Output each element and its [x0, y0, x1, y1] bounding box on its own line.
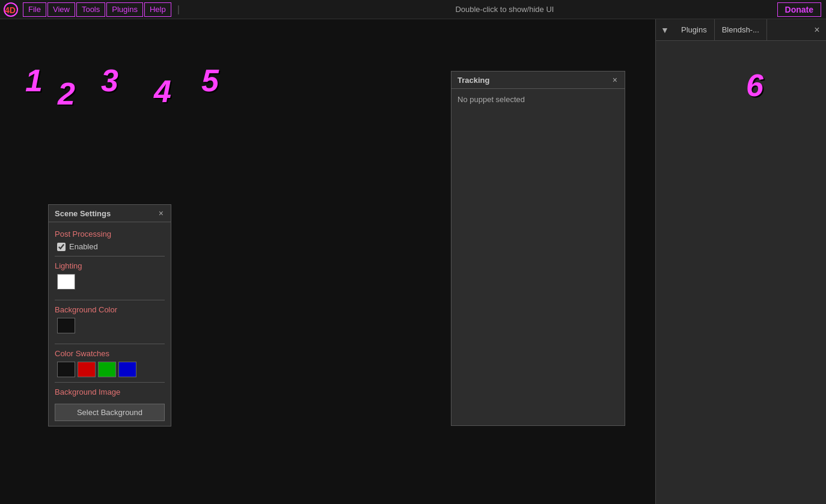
- swatch-red[interactable]: [78, 362, 96, 377]
- menu-view[interactable]: View: [47, 2, 75, 17]
- color-swatches-row: [57, 362, 165, 377]
- tab-blendshapes[interactable]: Blendsh-...: [715, 19, 767, 41]
- panel-filter-icon[interactable]: ▼: [656, 19, 674, 41]
- right-panel-close[interactable]: ×: [808, 19, 826, 41]
- swatch-green[interactable]: [98, 362, 116, 377]
- tracking-header: Tracking ×: [451, 71, 625, 89]
- lighting-color-swatch[interactable]: [57, 274, 75, 290]
- swatch-black[interactable]: [57, 362, 75, 377]
- scene-settings-body: Post Processing Enabled Lighting Backgro…: [49, 222, 171, 426]
- swatch-blue[interactable]: [118, 362, 136, 377]
- color-swatches-label: Color Swatches: [55, 349, 165, 358]
- menu-tools[interactable]: Tools: [76, 2, 105, 17]
- select-background-button[interactable]: Select Background: [55, 404, 165, 421]
- divider-1: [55, 256, 165, 257]
- divider-3: [55, 344, 165, 344]
- background-color-label: Background Color: [55, 305, 165, 314]
- right-panel: ▼ Plugins Blendsh-... × 6: [655, 19, 826, 504]
- background-color-swatch[interactable]: [57, 318, 75, 333]
- enabled-row: Enabled: [55, 242, 165, 251]
- annotation-5: 5: [201, 62, 219, 99]
- menu-file[interactable]: File: [23, 2, 46, 17]
- scene-settings-title: Scene Settings: [55, 209, 111, 218]
- tracking-close[interactable]: ×: [611, 75, 619, 85]
- app-icon: 4D: [2, 1, 19, 18]
- tracking-title: Tracking: [457, 76, 489, 85]
- svg-text:4D: 4D: [5, 5, 16, 15]
- menubar-hint: Double-click to show/hide UI: [186, 5, 824, 14]
- scene-settings-header: Scene Settings ×: [49, 205, 171, 222]
- background-image-label: Background Image: [55, 387, 165, 396]
- annotation-3: 3: [101, 62, 118, 99]
- scene-settings-panel: Scene Settings × Post Processing Enabled…: [48, 204, 171, 427]
- menubar-divider: |: [177, 4, 180, 15]
- enabled-checkbox[interactable]: [57, 243, 66, 251]
- divider-2: [55, 300, 165, 300]
- menu-help[interactable]: Help: [144, 2, 171, 17]
- enabled-label: Enabled: [69, 242, 98, 251]
- annotation-1: 1: [25, 62, 43, 99]
- donate-button[interactable]: Donate: [777, 2, 821, 17]
- annotation-4: 4: [154, 73, 171, 109]
- tab-plugins[interactable]: Plugins: [674, 19, 715, 41]
- scene-settings-close[interactable]: ×: [158, 208, 165, 218]
- tracking-body: No puppet selected: [451, 89, 625, 425]
- no-puppet-text: No puppet selected: [457, 95, 525, 104]
- annotation-2: 2: [58, 76, 75, 112]
- annotation-6: 6: [746, 67, 763, 103]
- menu-plugins[interactable]: Plugins: [106, 2, 143, 17]
- post-processing-label: Post Processing: [55, 229, 165, 238]
- divider-4: [55, 382, 165, 383]
- menubar: 4D File View Tools Plugins Help | Double…: [0, 0, 826, 19]
- right-panel-tabs: ▼ Plugins Blendsh-... ×: [656, 19, 826, 41]
- lighting-label: Lighting: [55, 261, 165, 270]
- tracking-panel: Tracking × No puppet selected: [451, 71, 625, 426]
